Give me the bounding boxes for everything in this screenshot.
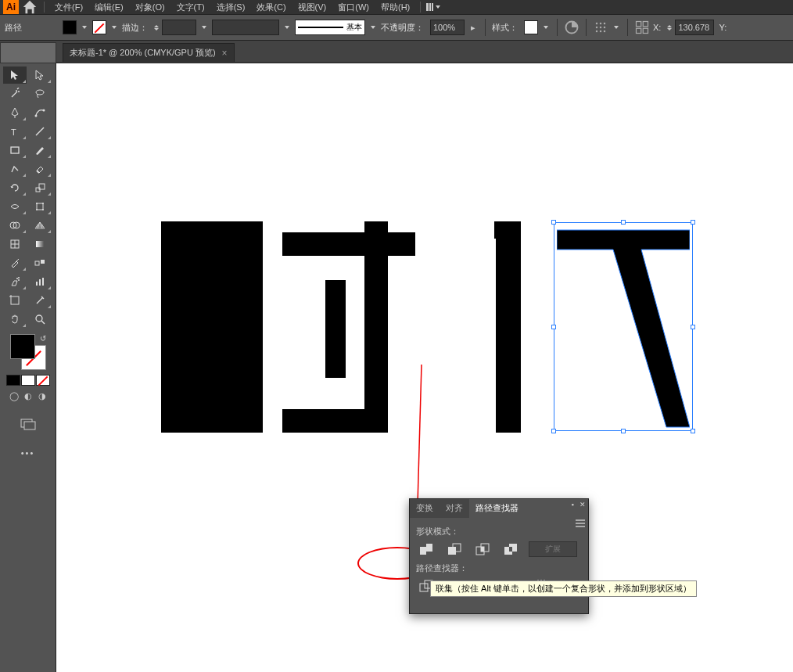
type-tool[interactable]: T [3, 123, 27, 140]
menu-help[interactable]: 帮助(H) [376, 0, 414, 15]
expand-button[interactable]: 扩展 [529, 541, 577, 557]
stroke-swatch[interactable] [92, 20, 106, 34]
pen-tool[interactable] [3, 104, 27, 121]
free-transform-tool[interactable] [28, 198, 52, 215]
panel-menu-icon[interactable] [576, 519, 585, 527]
zoom-tool[interactable] [28, 311, 52, 328]
mesh-tool[interactable] [3, 235, 27, 253]
exclude-button[interactable] [501, 541, 521, 558]
menu-select[interactable]: 选择(S) [212, 0, 250, 15]
resize-handle[interactable] [551, 429, 556, 433]
menu-object[interactable]: 对象(O) [131, 0, 170, 15]
opacity-arrow-icon[interactable]: ▸ [471, 23, 475, 33]
x-stepper[interactable] [667, 25, 672, 31]
unite-button[interactable] [416, 541, 436, 558]
canvas[interactable]: ▪ ✕ 变换 对齐 路径查找器 形状模式： 扩展 路径查找器： [56, 63, 793, 672]
library-icon[interactable] [426, 2, 440, 13]
color-mode-none[interactable] [36, 375, 50, 386]
fill-stroke-color[interactable]: ↺ [10, 334, 46, 370]
stroke-weight-field[interactable] [162, 20, 196, 35]
home-icon[interactable] [21, 0, 38, 14]
draw-behind-icon[interactable]: ◐ [22, 390, 34, 401]
magic-wand-tool[interactable] [3, 85, 27, 102]
width-tool[interactable] [3, 198, 27, 215]
align-icon[interactable] [593, 20, 608, 35]
dropdown-icon[interactable] [371, 26, 375, 29]
resize-handle[interactable] [551, 220, 556, 225]
selection-bounding-box[interactable] [554, 222, 693, 431]
color-mode-gradient[interactable] [21, 375, 35, 386]
fill-color-swatch[interactable] [10, 334, 35, 359]
color-mode-solid[interactable] [6, 375, 20, 386]
dropdown-icon[interactable] [285, 26, 289, 29]
stroke-dropdown-icon[interactable] [112, 26, 117, 29]
transform-icon[interactable] [634, 20, 650, 35]
dropdown-icon[interactable] [544, 26, 548, 29]
swap-colors-icon[interactable]: ↺ [40, 334, 46, 343]
lasso-tool[interactable] [28, 85, 52, 102]
resize-handle[interactable] [691, 429, 695, 433]
rectangle-tool[interactable] [3, 142, 27, 159]
paintbrush-tool[interactable] [28, 142, 52, 159]
menu-file[interactable]: 文件(F) [50, 0, 88, 15]
resize-handle[interactable] [691, 325, 695, 329]
gradient-tool[interactable] [28, 235, 52, 253]
scale-tool[interactable] [28, 179, 52, 196]
svg-rect-51 [325, 280, 346, 378]
draw-inside-icon[interactable]: ◑ [36, 390, 48, 401]
hand-tool[interactable] [3, 311, 27, 328]
style-swatch[interactable] [524, 20, 538, 34]
eyedropper-tool[interactable] [3, 254, 27, 271]
curvature-tool[interactable] [28, 104, 52, 121]
selection-tool[interactable] [3, 66, 27, 84]
resize-handle[interactable] [621, 220, 626, 225]
recolor-icon[interactable] [564, 20, 580, 35]
menu-view[interactable]: 视图(V) [293, 0, 332, 15]
dropdown-icon[interactable] [202, 26, 206, 29]
fill-dropdown-icon[interactable] [82, 26, 87, 29]
fill-swatch[interactable] [63, 20, 77, 34]
svg-rect-49 [364, 221, 388, 433]
resize-handle[interactable] [691, 220, 695, 225]
svg-rect-11 [643, 22, 648, 27]
column-graph-tool[interactable] [28, 273, 52, 290]
intersect-button[interactable] [472, 541, 493, 558]
screen-mode-icon[interactable] [19, 417, 38, 433]
opacity-field[interactable]: 100% [430, 20, 465, 35]
x-field[interactable]: 130.678 [675, 20, 714, 35]
edit-toolbar-icon[interactable]: ••• [21, 448, 35, 458]
shaper-tool[interactable] [3, 160, 27, 178]
artboard-tool[interactable] [3, 292, 27, 309]
resize-handle[interactable] [551, 325, 556, 329]
tab-pathfinder[interactable]: 路径查找器 [469, 499, 525, 518]
symbol-sprayer-tool[interactable] [3, 273, 27, 290]
shape-builder-tool[interactable] [3, 217, 27, 234]
draw-normal-icon[interactable]: ◯ [8, 390, 20, 401]
direct-selection-tool[interactable] [28, 66, 52, 84]
close-tab-icon[interactable]: × [222, 48, 228, 59]
minus-front-button[interactable] [444, 541, 465, 558]
stroke-weight-stepper[interactable] [154, 25, 159, 31]
resize-handle[interactable] [621, 429, 626, 433]
close-panel-icon[interactable]: ✕ [579, 501, 587, 508]
dropdown-icon[interactable] [614, 26, 619, 29]
variable-width-profile[interactable] [212, 20, 279, 35]
rotate-tool[interactable] [3, 179, 27, 196]
menu-edit[interactable]: 编辑(E) [90, 0, 128, 15]
menu-window[interactable]: 窗口(W) [333, 0, 374, 15]
tab-align[interactable]: 对齐 [440, 499, 469, 518]
separator [627, 19, 628, 36]
document-tab[interactable]: 未标题-1* @ 200% (CMYK/GPU 预览) × [63, 43, 235, 62]
brush-definition[interactable]: 基本 [295, 20, 365, 35]
menu-type[interactable]: 文字(T) [172, 0, 210, 15]
y-label: Y: [719, 23, 727, 32]
line-tool[interactable] [28, 123, 52, 140]
collapse-panel-icon[interactable]: ▪ [569, 501, 576, 508]
tab-transform[interactable]: 变换 [410, 499, 440, 518]
panel-dock-tab[interactable] [0, 42, 56, 63]
slice-tool[interactable] [28, 292, 52, 309]
perspective-grid-tool[interactable] [28, 217, 52, 234]
eraser-tool[interactable] [28, 160, 52, 178]
blend-tool[interactable] [28, 254, 52, 271]
menu-effect[interactable]: 效果(C) [252, 0, 290, 15]
